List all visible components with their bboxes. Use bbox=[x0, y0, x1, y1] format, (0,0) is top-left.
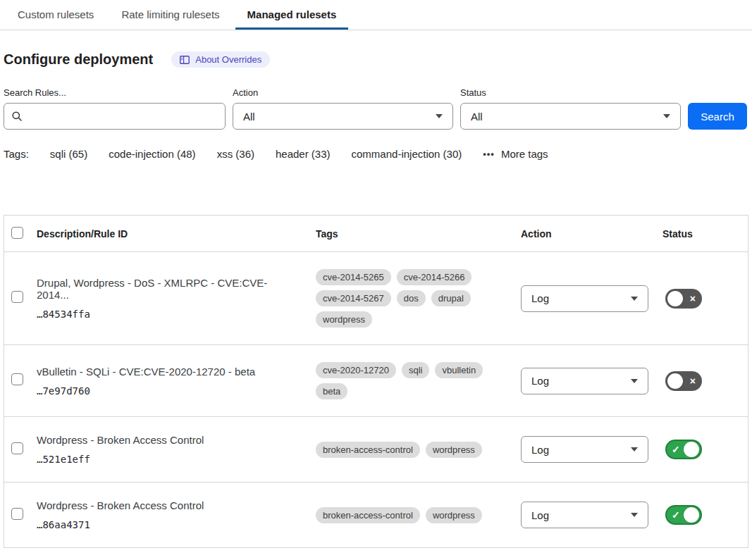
toggle-knob bbox=[667, 291, 683, 306]
action-filter-select[interactable]: All bbox=[233, 103, 453, 130]
header-checkbox-cell bbox=[11, 227, 37, 241]
toggle-knob bbox=[684, 507, 699, 523]
action-filter-group: Action All bbox=[233, 87, 453, 130]
chevron-down-icon bbox=[631, 513, 638, 517]
tags-list: sqli (65)code-injection (48)xss (36)head… bbox=[50, 148, 462, 160]
rule-action-cell: Log bbox=[521, 285, 662, 312]
rule-id: …86aa4371 bbox=[37, 519, 299, 530]
action-select[interactable]: Log bbox=[521, 285, 648, 312]
rule-status-cell: × bbox=[662, 371, 748, 391]
tags-bar-label: Tags: bbox=[4, 148, 29, 160]
tab-managed-rulesets[interactable]: Managed rulesets bbox=[235, 0, 349, 30]
rule-id: …84534ffa bbox=[37, 309, 299, 320]
tag-filter-sqli[interactable]: sqli (65) bbox=[50, 148, 87, 160]
table-row: vBulletin - SQLi - CVE:CVE-2020-12720 - … bbox=[4, 345, 748, 417]
row-checkbox[interactable] bbox=[11, 508, 23, 520]
tag-filter-command-injection[interactable]: command-injection (30) bbox=[352, 148, 462, 160]
tag-pill-cve-2014-5266: cve-2014-5266 bbox=[397, 269, 472, 285]
rule-description-cell: Drupal, Wordpress - DoS - XMLRPC - CVE:C… bbox=[37, 277, 316, 320]
more-tags-button[interactable]: ••• More tags bbox=[483, 148, 548, 160]
column-header-status: Status bbox=[662, 228, 748, 239]
rule-description-cell: vBulletin - SQLi - CVE:CVE-2020-12720 - … bbox=[37, 366, 316, 397]
book-open-icon bbox=[180, 56, 190, 64]
tag-pill-sqli: sqli bbox=[402, 362, 430, 378]
x-icon: × bbox=[690, 294, 696, 304]
select-all-checkbox[interactable] bbox=[11, 227, 23, 239]
chevron-down-icon bbox=[663, 114, 670, 118]
rule-description: vBulletin - SQLi - CVE:CVE-2020-12720 - … bbox=[37, 366, 299, 378]
column-header-action: Action bbox=[521, 228, 662, 239]
tag-pill-broken-access-control: broken-access-control bbox=[316, 442, 420, 458]
row-checkbox[interactable] bbox=[11, 442, 23, 454]
status-toggle[interactable]: × bbox=[665, 289, 702, 309]
table-row: Wordpress - Broken Access Control …86aa4… bbox=[4, 483, 748, 548]
tag-pill-broken-access-control: broken-access-control bbox=[316, 507, 420, 523]
chevron-down-icon bbox=[631, 447, 638, 452]
row-checkbox-cell bbox=[11, 508, 37, 523]
toggle-knob bbox=[684, 442, 699, 457]
tab-rate-limiting-rulesets[interactable]: Rate limiting rulesets bbox=[109, 0, 231, 30]
table-row: Wordpress - Broken Access Control …521e1… bbox=[4, 417, 748, 483]
rule-action-cell: Log bbox=[521, 368, 662, 394]
table-row: Drupal, Wordpress - DoS - XMLRPC - CVE:C… bbox=[4, 252, 748, 345]
check-icon: ✓ bbox=[672, 444, 680, 454]
row-checkbox[interactable] bbox=[11, 291, 23, 303]
action-select[interactable]: Log bbox=[521, 368, 648, 394]
chevron-down-icon bbox=[631, 297, 638, 301]
tags-bar: Tags: sqli (65)code-injection (48)xss (3… bbox=[4, 148, 748, 160]
page-title: Configure deployment bbox=[4, 51, 153, 68]
status-toggle[interactable]: ✓ bbox=[665, 440, 702, 459]
action-filter-value: All bbox=[243, 111, 255, 123]
search-button[interactable]: Search bbox=[688, 103, 747, 130]
chevron-down-icon bbox=[631, 379, 638, 383]
rule-status-cell: ✓ bbox=[662, 440, 748, 459]
status-filter-select[interactable]: All bbox=[460, 103, 681, 130]
action-filter-label: Action bbox=[233, 87, 453, 98]
about-overrides-label: About Overrides bbox=[195, 54, 261, 65]
ellipsis-icon: ••• bbox=[483, 149, 495, 159]
rule-id: …521e1eff bbox=[37, 454, 299, 465]
about-overrides-link[interactable]: About Overrides bbox=[171, 51, 270, 68]
tab-bar: Custom rulesetsRate limiting rulesetsMan… bbox=[0, 0, 752, 30]
tag-filter-code-injection[interactable]: code-injection (48) bbox=[109, 148, 195, 160]
rules-table: Description/Rule ID Tags Action Status D… bbox=[4, 215, 748, 548]
tab-custom-rulesets[interactable]: Custom rulesets bbox=[6, 0, 106, 30]
rule-description-cell: Wordpress - Broken Access Control …521e1… bbox=[37, 434, 316, 465]
tag-pill-cve-2020-12720: cve-2020-12720 bbox=[316, 362, 396, 378]
more-tags-label: More tags bbox=[501, 148, 548, 160]
status-filter-label: Status bbox=[460, 87, 681, 98]
search-input[interactable] bbox=[27, 110, 218, 123]
status-filter-value: All bbox=[471, 111, 483, 123]
tag-pill-cve-2014-5265: cve-2014-5265 bbox=[316, 269, 391, 285]
status-toggle[interactable]: ✓ bbox=[665, 505, 702, 525]
tag-pill-wordpress: wordpress bbox=[426, 507, 482, 523]
x-icon: × bbox=[690, 376, 696, 386]
search-icon bbox=[11, 111, 23, 122]
rule-id: …7e97d760 bbox=[37, 385, 299, 397]
table-body: Drupal, Wordpress - DoS - XMLRPC - CVE:C… bbox=[4, 252, 748, 548]
column-header-tags: Tags bbox=[316, 228, 521, 239]
tag-pill-drupal: drupal bbox=[431, 290, 471, 306]
tag-filter-header[interactable]: header (33) bbox=[276, 148, 331, 160]
row-checkbox[interactable] bbox=[11, 373, 23, 385]
search-box bbox=[4, 103, 226, 130]
action-select[interactable]: Log bbox=[521, 436, 648, 463]
action-select-value: Log bbox=[531, 509, 549, 521]
action-select[interactable]: Log bbox=[521, 502, 648, 528]
rule-status-cell: ✓ bbox=[662, 505, 748, 525]
row-checkbox-cell bbox=[11, 291, 37, 306]
filter-bar: Search Rules... Action All Status All bbox=[4, 87, 748, 130]
check-icon: ✓ bbox=[672, 510, 680, 520]
rule-description: Wordpress - Broken Access Control bbox=[37, 499, 299, 511]
action-select-value: Log bbox=[531, 444, 549, 456]
column-header-description: Description/Rule ID bbox=[37, 228, 316, 239]
rule-action-cell: Log bbox=[521, 436, 662, 463]
tag-filter-xss[interactable]: xss (36) bbox=[217, 148, 254, 160]
chevron-down-icon bbox=[436, 114, 443, 118]
status-toggle[interactable]: × bbox=[665, 371, 702, 391]
rule-description-cell: Wordpress - Broken Access Control …86aa4… bbox=[37, 499, 316, 530]
rule-description: Drupal, Wordpress - DoS - XMLRPC - CVE:C… bbox=[37, 277, 299, 301]
tag-pill-beta: beta bbox=[316, 383, 347, 399]
rule-tags: cve-2020-12720sqlivbulletinbeta bbox=[316, 362, 521, 399]
tag-pill-wordpress: wordpress bbox=[426, 442, 482, 458]
